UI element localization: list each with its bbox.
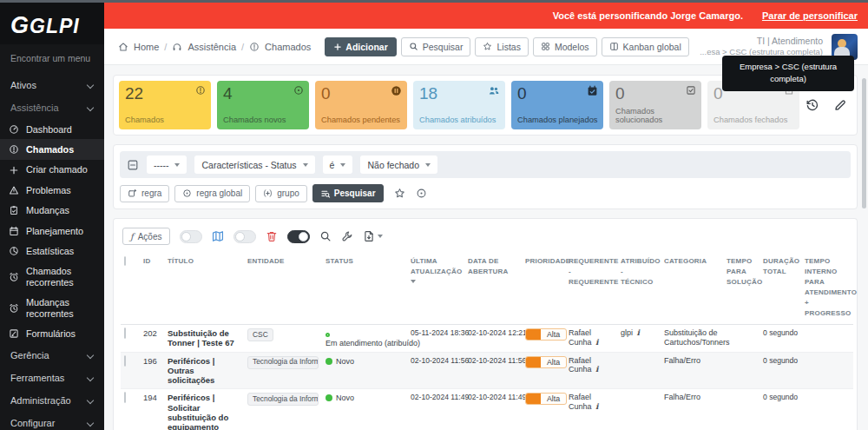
col-ultima-atualizacao[interactable]: ÚLTIMA ATUALIZAÇÃO (407, 252, 464, 325)
history-icon[interactable] (806, 98, 819, 112)
add-rule-button[interactable]: regra (120, 185, 169, 202)
export-menu[interactable] (363, 230, 383, 242)
select-all-checkbox[interactable] (124, 256, 126, 266)
add-global-rule-button[interactable]: regra global (174, 185, 250, 202)
table-row[interactable]: 202 Substituição de Tonner | Teste 67 CS… (121, 325, 853, 353)
vertical-scrollbar[interactable] (862, 78, 866, 208)
col-entidade[interactable]: ENTIDADE (244, 252, 322, 325)
criteria-search-button[interactable]: Pesquisar (312, 184, 384, 202)
col-duracao[interactable]: DURAÇÃO TOTAL (760, 252, 801, 325)
add-button[interactable]: Adicionar (325, 37, 396, 56)
search-button[interactable]: Pesquisar (401, 37, 471, 56)
glpi-logo-text: GLPI (30, 15, 80, 37)
col-id[interactable]: ID (140, 252, 164, 325)
ticket-title[interactable]: Substituição de Tonner | Teste 67 (164, 325, 244, 353)
card-chamados-novos[interactable]: 4 Chamados novos (217, 81, 309, 129)
col-data-abertura[interactable]: DATA DE ABERTURA (464, 252, 522, 325)
card-label: Chamados pendentes (321, 116, 404, 124)
criteria-link-select[interactable]: ----- (147, 155, 187, 174)
profile-line1: TI | Atendimento (700, 36, 823, 48)
collapse-criteria-icon[interactable] (127, 159, 139, 171)
sidebar-item-criar-chamado[interactable]: Criar chamado (0, 160, 104, 180)
add-group-button[interactable]: grupo (255, 185, 307, 202)
breadcrumb-home[interactable]: Home (134, 42, 159, 52)
recurring-icon (9, 303, 19, 314)
col-categoria[interactable]: CATEGORIA (661, 252, 723, 325)
map-icon[interactable] (212, 230, 224, 242)
sidebar-section-gerencia[interactable]: Gerência (0, 344, 104, 367)
sidebar-section-assistencia[interactable]: Assistência (0, 96, 104, 119)
row-checkbox[interactable] (124, 355, 126, 367)
col-titulo[interactable]: TÍTULO (164, 252, 244, 325)
card-chamados-pendentes[interactable]: 0 Chamados pendentes (315, 81, 407, 129)
row-checkbox[interactable] (124, 327, 126, 339)
sidebar-section-administracao[interactable]: Administração (0, 389, 104, 412)
card-tools (806, 98, 854, 112)
criteria-field-select[interactable]: Características - Status (194, 155, 314, 174)
col-tempo-interno[interactable]: TEMPO INTERNO PARA ATENDIMENTO + PROGRES… (801, 252, 853, 325)
breadcrumb-chamados[interactable]: Chamados (265, 42, 311, 52)
sidebar-item-mudancas[interactable]: Mudanças (0, 201, 104, 221)
row-checkbox[interactable] (124, 392, 126, 403)
actions-button[interactable]: ƒ Ações (122, 228, 170, 245)
col-atribuido[interactable]: ATRIBUÍDO - TÉCNICO (617, 252, 661, 325)
sidebar-section-ferramentas[interactable]: Ferramentas (0, 367, 104, 389)
group-plus-icon (263, 189, 273, 198)
kanban-button[interactable]: Kanban global (602, 37, 689, 56)
card-chamados-solucionados[interactable]: 0 Chamados solucionados (609, 81, 701, 129)
trash-icon[interactable] (266, 230, 278, 242)
ticket-icon (9, 144, 19, 155)
user-info-icon[interactable]: i (635, 328, 641, 338)
profile-info[interactable]: TI | Atendimento ...esa > CSC (estrutura… (700, 36, 823, 58)
main-content: 22 Chamados 4 Chamados novos 0 Chamados … (104, 65, 868, 430)
sidebar-item-planejamento[interactable]: Planejamento (0, 221, 104, 241)
favorite-star-icon[interactable] (394, 188, 405, 199)
search-mode-toggle[interactable] (287, 230, 310, 243)
map-toggle[interactable] (180, 230, 202, 243)
user-info-icon[interactable]: i (594, 365, 600, 374)
col-status[interactable]: STATUS (322, 252, 407, 325)
card-chamados-atribuidos[interactable]: 18 Chamados atribuídos (413, 81, 505, 129)
user-info-icon[interactable]: i (594, 402, 600, 412)
sidebar-section-ativos[interactable]: Ativos (0, 74, 104, 96)
criteria-operator-select[interactable]: é (323, 155, 353, 174)
user-info-icon[interactable]: i (594, 338, 600, 347)
chevron-down-icon (425, 163, 431, 167)
menu-search-input[interactable]: Encontrar um menu (0, 44, 104, 74)
sidebar-item-problemas[interactable]: Problemas (0, 180, 104, 200)
ticket-title[interactable]: Periféricos | Outras solicitações (164, 352, 244, 389)
sidebar-item-mudancas-recorrentes[interactable]: Mudanças recorrentes (0, 293, 104, 324)
wrench-icon[interactable] (341, 230, 353, 242)
target-icon[interactable] (416, 188, 427, 199)
chevron-down-icon (87, 397, 94, 404)
logo-area[interactable]: GGLPI (0, 0, 104, 44)
card-chamados[interactable]: 22 Chamados (119, 81, 211, 129)
edit-icon[interactable] (833, 98, 847, 112)
col-requerente[interactable]: REQUERENTE - REQUERENTE (565, 252, 617, 325)
recurring-icon (9, 272, 19, 282)
sidebar-item-formularios[interactable]: Formulários (0, 323, 104, 343)
clock-icon (195, 85, 206, 96)
sidebar-item-dashboard[interactable]: Dashboard (0, 119, 104, 139)
lists-button[interactable]: Listas (475, 37, 528, 56)
col-tempo-solucao[interactable]: TEMPO PARA SOLUÇÃO (723, 252, 760, 325)
table-row[interactable]: 194 Periféricos | Solicitar substituição… (121, 389, 853, 430)
card-chamados-planejados[interactable]: 0 Chamados planejados (511, 81, 603, 129)
sidebar-item-chamados[interactable]: Chamados (0, 139, 104, 159)
magnifier-icon[interactable] (319, 230, 332, 242)
function-icon: ƒ (130, 232, 134, 241)
stop-impersonation-link[interactable]: Parar de personificar (762, 10, 858, 21)
delete-toggle[interactable] (233, 230, 256, 243)
header-actions: Adicionar Pesquisar Listas Modelos Kanba… (325, 37, 688, 56)
criteria-value-select[interactable]: Não fechado (360, 155, 437, 174)
criteria-actions: regra regra global grupo Pesquisar (120, 184, 851, 202)
breadcrumb-assistencia[interactable]: Assistência (187, 42, 236, 52)
templates-button[interactable]: Modelos (533, 37, 597, 56)
sidebar-item-chamados-recorrentes[interactable]: Chamados recorrentes (0, 261, 104, 293)
sidebar-item-estatisticas[interactable]: Estatísticas (0, 241, 104, 261)
table-row[interactable]: 196 Periféricos | Outras solicitações Te… (121, 352, 853, 389)
sidebar-section-configurar[interactable]: Configurar (0, 412, 104, 430)
circle-dot-icon (293, 85, 304, 96)
ticket-title[interactable]: Periféricos | Solicitar substituição do … (164, 389, 244, 430)
col-prioridade[interactable]: PRIORIDADE (522, 252, 565, 325)
